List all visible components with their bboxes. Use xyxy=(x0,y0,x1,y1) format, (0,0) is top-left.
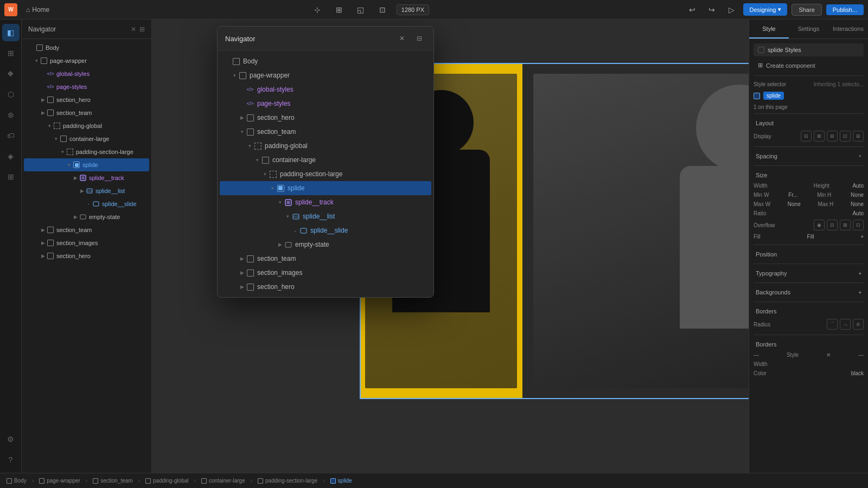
splide-badge[interactable]: splide xyxy=(763,92,784,100)
dialog-tree-item-page-styles[interactable]: </> page-styles xyxy=(220,97,431,111)
tree-item-section-team-2[interactable]: ▶ section_team xyxy=(24,223,149,236)
style-guide-icon-btn[interactable]: ◈ xyxy=(2,147,20,165)
dialog-close-btn[interactable]: ✕ xyxy=(395,32,409,45)
preview-play-btn[interactable]: ▷ xyxy=(724,2,739,17)
dialog-tree-item-empty-state[interactable]: ▶ empty-state xyxy=(220,237,431,252)
fill-add-btn[interactable]: + xyxy=(860,234,864,240)
dialog-dock-btn[interactable]: ⊟ xyxy=(413,32,426,45)
display-icon-4[interactable]: ⊡ xyxy=(840,131,851,142)
component-icon xyxy=(330,478,336,484)
tab-settings[interactable]: Settings xyxy=(789,20,828,38)
settings-icon-btn[interactable]: ⚙ xyxy=(2,431,20,448)
borders-section-header[interactable]: Borders xyxy=(754,305,864,317)
chevron-icon: ▾ xyxy=(46,122,53,130)
tree-item-page-wrapper[interactable]: ▾ page-wrapper xyxy=(24,54,149,67)
overflow-icon-2[interactable]: ⊟ xyxy=(827,220,838,230)
dialog-tree-item-splide[interactable]: ▾ splide xyxy=(220,181,431,195)
dialog-tree-item-splide-track[interactable]: ▾ splide__track xyxy=(220,195,431,209)
overflow-eye-icon[interactable]: ◉ xyxy=(814,220,825,230)
tree-item-section-team-1[interactable]: ▶ section_team xyxy=(24,106,149,119)
components-icon-btn[interactable]: ❖ xyxy=(2,65,20,82)
borders2-section-header[interactable]: Borders xyxy=(754,338,864,350)
apps-icon-btn[interactable]: ⊞ xyxy=(2,168,20,185)
tree-item-global-styles[interactable]: </> global-styles xyxy=(24,67,149,80)
position-section-header[interactable]: Position xyxy=(754,248,864,260)
display-icon-1[interactable]: ⊟ xyxy=(801,131,812,142)
ecomm-icon-btn[interactable]: 🏷 xyxy=(2,127,20,144)
tree-item-section-hero-1[interactable]: ▶ section_hero xyxy=(24,93,149,106)
radius-link-icon[interactable]: ⊘ xyxy=(853,319,864,330)
dialog-tree-item-section-hero[interactable]: ▶ section_hero xyxy=(220,111,431,125)
dialog-tree-item-container-large[interactable]: ▾ container-large xyxy=(220,153,431,167)
breakpoint-btn[interactable]: ⊞ xyxy=(331,2,347,17)
breadcrumb-padding-global[interactable]: padding-global xyxy=(143,477,191,485)
assets-icon-btn[interactable]: ⬡ xyxy=(2,86,20,103)
layout-section-header[interactable]: Layout xyxy=(754,117,864,129)
display-icon-5[interactable]: ⊞ xyxy=(853,131,864,142)
undo-btn[interactable]: ↩ xyxy=(685,2,700,17)
display-icon-2[interactable]: ⊠ xyxy=(814,131,825,142)
dialog-tree-item-body[interactable]: Body xyxy=(220,54,431,68)
redo-btn[interactable]: ↪ xyxy=(704,2,719,17)
breadcrumb-padding-section-large[interactable]: padding-section-large xyxy=(256,477,320,485)
breadcrumb-container-large[interactable]: container-large xyxy=(199,477,247,485)
create-component-btn[interactable]: ⊞ Create component xyxy=(754,59,864,72)
tab-style[interactable]: Style xyxy=(749,20,789,38)
tree-item-container-large[interactable]: ▾ container-large xyxy=(24,132,149,145)
breadcrumb-body[interactable]: Body xyxy=(4,477,29,485)
tree-item-empty-state[interactable]: ▶ empty-state xyxy=(24,210,149,223)
share-button[interactable]: Share xyxy=(792,4,821,16)
publish-button[interactable]: Publish... xyxy=(826,4,864,15)
dialog-tree-item-section-hero-2[interactable]: ▶ section_hero xyxy=(220,280,431,294)
dialog-tree-item-section-team-2[interactable]: ▶ section_team xyxy=(220,252,431,266)
close-sidebar-btn[interactable]: ✕ xyxy=(131,25,136,33)
spacing-section-header[interactable]: Spacing ▾ xyxy=(754,150,864,162)
expand-sidebar-btn[interactable]: ⊞ xyxy=(139,25,145,33)
designing-mode-btn[interactable]: Designing ▾ xyxy=(743,3,787,16)
tree-item-section-images[interactable]: ▶ section_images xyxy=(24,236,149,249)
navigator-icon-btn[interactable]: ◧ xyxy=(2,24,20,41)
tree-item-splide-track[interactable]: ▶ splide__track xyxy=(24,171,149,184)
breadcrumb-page-wrapper[interactable]: page-wrapper xyxy=(37,477,82,485)
dialog-tree-item-padding-global[interactable]: ▾ padding-global xyxy=(220,139,431,153)
chevron-down-icon: ▾ xyxy=(778,6,781,13)
dialog-tree-item-section-team-1[interactable]: ▾ section_team xyxy=(220,125,431,139)
backgrounds-section-header[interactable]: Backgrounds + xyxy=(754,286,864,298)
radius-icon-1[interactable]: ⌒ xyxy=(827,319,838,330)
dialog-tree-item-global-styles[interactable]: </> global-styles xyxy=(220,82,431,97)
tree-item-splide-slide[interactable]: - splide__slide xyxy=(24,197,149,210)
display-icon-3[interactable]: ⊞ xyxy=(827,131,838,142)
backgrounds-add-btn[interactable]: + xyxy=(858,290,861,296)
splide-styles-checkbox[interactable] xyxy=(758,47,764,53)
typography-add-btn[interactable]: + xyxy=(858,271,861,277)
dialog-tree-item-splide-list[interactable]: ▾ splide__list xyxy=(220,209,431,223)
dialog-tree-item-section-images[interactable]: ▶ section_images xyxy=(220,266,431,280)
radius-icon-2[interactable]: ⌓ xyxy=(840,319,851,330)
breadcrumb-splide[interactable]: splide xyxy=(328,477,354,485)
help-icon-btn[interactable]: ? xyxy=(2,451,20,468)
breadcrumb-section-team[interactable]: section_team xyxy=(91,477,135,485)
tree-item-padding-global[interactable]: ▾ padding-global xyxy=(24,119,149,132)
expand-btn[interactable]: ⊡ xyxy=(375,2,390,17)
dialog-tree-item-splide-slide[interactable]: - splide__slide xyxy=(220,223,431,237)
tree-item-padding-section-large[interactable]: ▾ padding-section-large xyxy=(24,145,149,158)
size-section-header[interactable]: Size xyxy=(754,169,864,181)
cms-icon-btn[interactable]: ⊛ xyxy=(2,106,20,124)
preview-btn[interactable]: ◱ xyxy=(353,2,368,17)
dialog-tree-item-page-wrapper[interactable]: ▾ page-wrapper xyxy=(220,68,431,82)
typography-section-header[interactable]: Typography + xyxy=(754,267,864,279)
tab-interactions[interactable]: Interactions xyxy=(828,20,868,38)
overflow-icon-4[interactable]: ⊡ xyxy=(853,220,864,230)
component-list-icon xyxy=(284,240,292,249)
tree-item-splide-list[interactable]: ▶ splide__list xyxy=(24,184,149,197)
canvas-area[interactable]: splide » xyxy=(152,20,749,473)
home-button[interactable]: ⌂ Home xyxy=(22,4,54,16)
overflow-icon-3[interactable]: ⊠ xyxy=(840,220,851,230)
tree-item-body[interactable]: Body xyxy=(24,41,149,54)
dialog-tree-item-padding-section-large[interactable]: ▾ padding-section-large xyxy=(220,167,431,181)
pages-icon-btn[interactable]: ⊞ xyxy=(2,44,20,62)
tree-item-section-hero-2[interactable]: ▶ section_hero xyxy=(24,249,149,262)
tree-item-page-styles[interactable]: </> page-styles xyxy=(24,80,149,93)
tree-item-splide[interactable]: ▾ splide xyxy=(24,158,149,171)
select-tool-btn[interactable]: ⊹ xyxy=(310,2,325,17)
